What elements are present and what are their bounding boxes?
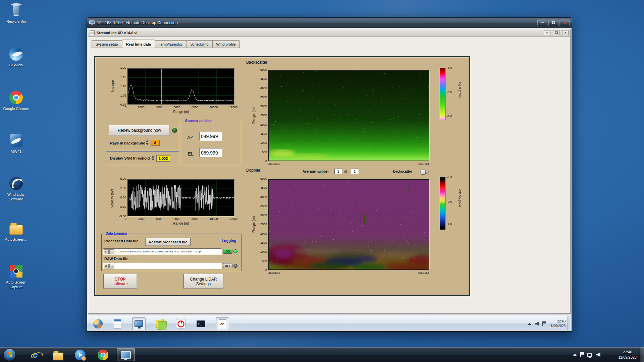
stop-software-line1: STOP [115,277,125,282]
tick-label: 0.00 [120,196,126,199]
rdp-close-button[interactable]: × [559,19,570,26]
renew-background-button[interactable]: Renew background now [109,125,170,136]
desktop-icon-bl-view[interactable]: BL-View [0,46,32,68]
az-value-field[interactable]: 089.999 [199,132,222,141]
start-button[interactable] [3,349,16,361]
session-clock[interactable]: 22:40 11/09/2023 [549,319,566,328]
average-number-field[interactable]: 1 [334,169,342,174]
drive-select-button[interactable]: C [104,249,109,254]
el-label: EL [188,151,194,157]
browse-button[interactable]: … [109,249,114,254]
browse-button[interactable]: … [109,264,114,268]
session-taskbar-streamline-xr[interactable]: XR [216,317,229,330]
desktop-icon-recycle-bin[interactable]: Recycle Bin [0,3,32,24]
session-taskbar-power[interactable] [174,317,187,330]
ascope-plot[interactable] [127,68,234,105]
taskbar-clock[interactable]: 22:40 11/09/2023 [619,350,637,360]
change-lidar-settings-button[interactable]: Change LiDAR Settings [183,274,223,289]
remote-desktop-icon [121,351,131,359]
taskbar: e 22:40 11/09/2023 [0,347,644,362]
colorbar-tick: -4.0 [447,176,452,179]
processed-path-field[interactable]: C … C:\Lidar\Data\Proc\2023\202309\20230… [103,248,222,255]
session-taskbar-command-prompt[interactable]: >_ [194,317,208,330]
power-icon [176,319,185,328]
taskbar-windows-media-player[interactable] [71,348,89,361]
app-close-button[interactable]: × [562,30,569,35]
tab-wind-profile[interactable]: Wind profile [213,40,240,48]
volume-icon[interactable] [596,353,600,357]
action-center-flag-icon[interactable] [580,352,584,357]
velocity-x-ticks: 020004000600080001000012000 [125,217,237,221]
doppler-section-title: Doppler [246,168,260,173]
tab-scheduling[interactable]: Scheduling [186,40,212,48]
drive-select-button[interactable]: C [104,264,109,268]
tick-label: 0 [125,106,126,109]
on-toggle[interactable]: ON [223,249,232,254]
rdp-titlebar[interactable]: 192.168.0.150 - Remote Desktop Connectio… [87,18,572,28]
snr-value-field[interactable]: 1.002 [156,155,170,162]
internet-explorer-icon: e [33,350,38,360]
taskbar-google-chrome[interactable] [94,348,112,361]
desktop-icon-autoscreen[interactable]: AutoScreen... [0,221,32,242]
tick-label: 0 [125,217,126,221]
raw-logging-toggle[interactable]: OFF [223,263,237,268]
processed-logging-toggle[interactable]: ON [223,249,237,254]
velocity-plot[interactable] [127,179,234,216]
desktop-icon-label: Google Chrome [3,107,29,111]
renew-led-icon [172,128,177,133]
tick-label: 2.50 [120,187,126,190]
session-show-desktop-button[interactable] [568,316,572,331]
session-taskbar-notepad[interactable] [111,317,124,330]
media-player-icon [75,350,86,360]
tab-real-time-data[interactable]: Real time data [122,40,155,48]
session-taskbar-remote-desktop[interactable] [132,317,146,330]
tick-label: 500 [262,151,267,154]
action-center-flag-icon[interactable] [542,321,546,326]
tick-label: 4000 [260,196,267,199]
rdp-minimize-button[interactable] [537,19,547,26]
backscatter-colorbar[interactable] [440,68,445,120]
backscatter-toggle[interactable] [420,170,429,174]
desktop-icon-auto-screen-capture[interactable]: Auto Screen Capture [0,263,32,290]
off-toggle[interactable]: OFF [223,263,232,268]
session-taskbar-sticky-notes[interactable] [153,317,167,330]
show-desktop-button[interactable] [640,347,644,362]
hidden-icons-arrow[interactable] [573,354,577,356]
network-icon[interactable] [587,353,592,357]
desktop-icon-mw41[interactable]: MW41 [0,133,32,154]
doppler-x-end: 3656164 [407,271,429,275]
backscatter-heatmap[interactable] [268,70,429,161]
hidden-icons-arrow[interactable] [528,323,531,325]
streamline-body: System setupReal time dataTemp/humidityS… [88,37,570,313]
desktop-icon-google-chrome[interactable]: Google Chrome [0,90,32,111]
tab-system-setup[interactable]: System setup [92,40,122,48]
restart-processed-file-button[interactable]: Restart processed file [145,238,191,246]
rays-spinner[interactable] [146,140,149,145]
tick-label: -2.50 [119,205,126,208]
tick-label: 4500 [260,77,267,80]
tab-temp-humidity[interactable]: Temp/humidity [155,40,186,48]
chrome-icon [98,350,108,360]
tick-label: 3000 [260,105,267,108]
doppler-heatmap[interactable] [268,179,429,270]
desktop-icon-wind-lidar[interactable]: Wind Lidar Software [0,176,32,202]
rdp-maximize-button[interactable] [548,19,558,26]
front-panel: A-scope 1.201.151.101.050.99 02000400060… [94,56,470,296]
raw-path-field[interactable]: C … [103,263,222,269]
streamline-titlebar[interactable]: StreamLine XR v14-6.vi × [88,29,570,37]
doppler-colorbar[interactable] [440,177,445,230]
stop-software-button[interactable]: STOP software [103,274,137,289]
taskbar-remote-desktop-active[interactable] [117,348,135,361]
mw41-logo-icon [10,134,22,147]
app-minimize-button[interactable] [544,30,550,35]
snr-spinner[interactable] [152,155,155,161]
session-taskbar-browser[interactable] [91,317,105,330]
taskbar-internet-explorer[interactable]: e [26,348,44,361]
tick-label: 2000 [138,106,144,109]
taskbar-windows-explorer[interactable] [49,348,67,361]
el-value-field[interactable]: 089.999 [199,148,222,157]
rays-value-field[interactable]: 8 [151,140,160,146]
volume-icon[interactable] [535,322,539,326]
average-count-field[interactable]: 1 [351,169,359,174]
app-restore-button[interactable] [553,30,559,35]
